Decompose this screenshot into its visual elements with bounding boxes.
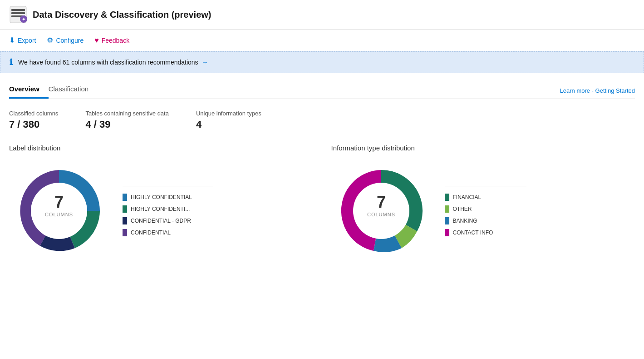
feedback-button[interactable]: ♥ Feedback: [94, 35, 129, 46]
stat-tables-sensitive-value: 4 / 39: [85, 119, 169, 130]
label-distribution-title: Label distribution: [9, 144, 313, 152]
label-distribution-chart: Label distribution: [9, 144, 313, 261]
legend-label-other: OTHER: [453, 206, 472, 212]
legend-color-banking: [445, 217, 449, 224]
info-donut-wrap: 7 COLUMNS FINANCIAL OTHER: [331, 161, 635, 261]
legend-item-contact-info: CONTACT INFO: [445, 229, 526, 236]
legend-color-other: [445, 205, 449, 213]
legend-label-confidential: CONFIDENTIAL: [131, 229, 171, 236]
svg-text:7: 7: [376, 193, 385, 211]
legend-item-financial: FINANCIAL: [445, 194, 526, 201]
svg-rect-2: [11, 12, 25, 14]
info-type-distribution-title: Information type distribution: [331, 144, 635, 152]
learn-more-link[interactable]: Learn more - Getting Started: [560, 87, 635, 94]
legend-item-other: OTHER: [445, 205, 526, 213]
svg-text:COLUMNS: COLUMNS: [45, 212, 73, 217]
label-legend: HIGHLY CONFIDENTIAL HIGHLY CONFIDENTI...…: [123, 186, 213, 236]
legend-label-contact-info: CONTACT INFO: [453, 229, 493, 236]
info-banner: ℹ We have found 61 columns with classifi…: [0, 51, 644, 73]
toolbar: ⬇ Export ⚙ Configure ♥ Feedback: [0, 30, 644, 51]
legend-item-confidential: CONFIDENTIAL: [123, 229, 213, 236]
legend-item-banking: BANKING: [445, 217, 526, 224]
stat-classified-columns-label: Classified columns: [9, 110, 58, 117]
tab-overview[interactable]: Overview: [9, 80, 49, 99]
info-icon: ℹ: [10, 57, 13, 67]
legend-color-highly-confidential: [123, 194, 127, 201]
svg-text:COLUMNS: COLUMNS: [367, 212, 395, 217]
export-icon: ⬇: [9, 36, 15, 45]
tab-classification[interactable]: Classification: [49, 80, 98, 99]
svg-rect-1: [11, 9, 25, 11]
legend-label-highly-confidential: HIGHLY CONFIDENTIAL: [131, 194, 192, 200]
stat-classified-columns: Classified columns 7 / 380: [9, 110, 58, 130]
page-title: Data Discovery & Classification (preview…: [33, 10, 211, 20]
label-donut-svg: 7 COLUMNS: [9, 161, 109, 261]
legend-color-highly-confidential2: [123, 205, 127, 213]
legend-color-contact-info: [445, 229, 449, 236]
svg-text:7: 7: [54, 193, 64, 211]
stats-row: Classified columns 7 / 380 Tables contai…: [9, 110, 635, 130]
main-content: Overview Classification Learn more - Get…: [0, 80, 644, 261]
info-donut: 7 COLUMNS: [331, 161, 431, 261]
svg-text:✦: ✦: [22, 17, 26, 22]
legend-label-financial: FINANCIAL: [453, 194, 482, 200]
stat-unique-types: Unique information types 4: [196, 110, 261, 130]
banner-text: We have found 61 columns with classifica…: [18, 59, 208, 66]
tabs-bar: Overview Classification Learn more - Get…: [9, 80, 635, 99]
heart-icon: ♥: [94, 36, 99, 45]
legend-color-confidential-gdpr: [123, 217, 127, 224]
stat-tables-sensitive-label: Tables containing sensitive data: [85, 110, 169, 117]
charts-section: Label distribution: [9, 144, 635, 261]
info-type-distribution-chart: Information type distribution: [331, 144, 635, 261]
stat-tables-sensitive: Tables containing sensitive data 4 / 39: [85, 110, 169, 130]
legend-item-highly-confidential2: HIGHLY CONFIDENTI...: [123, 205, 213, 213]
banner-arrow[interactable]: →: [202, 59, 208, 66]
legend-color-confidential: [123, 229, 127, 236]
info-donut-svg: 7 COLUMNS: [331, 161, 431, 261]
legend-label-confidential-gdpr: CONFIDENTIAL - GDPR: [131, 218, 191, 224]
legend-label-banking: BANKING: [453, 218, 477, 224]
label-donut: 7 COLUMNS: [9, 161, 109, 261]
legend-item-confidential-gdpr: CONFIDENTIAL - GDPR: [123, 217, 213, 224]
legend-color-financial: [445, 194, 449, 201]
info-legend: FINANCIAL OTHER BANKING CONTACT INFO: [445, 186, 526, 236]
stat-unique-types-value: 4: [196, 119, 261, 130]
stat-classified-columns-value: 7 / 380: [9, 119, 58, 130]
stat-unique-types-label: Unique information types: [196, 110, 261, 117]
legend-item-highly-confidential: HIGHLY CONFIDENTIAL: [123, 194, 213, 201]
header: ✦ Data Discovery & Classification (previ…: [0, 0, 644, 30]
label-donut-wrap: 7 COLUMNS HIGHLY CONFIDENTIAL HIGHLY CON…: [9, 161, 313, 261]
gear-icon: ⚙: [47, 36, 53, 45]
app-icon: ✦: [9, 5, 27, 24]
export-button[interactable]: ⬇ Export: [9, 34, 36, 46]
configure-button[interactable]: ⚙ Configure: [47, 34, 84, 46]
legend-label-highly-confidential2: HIGHLY CONFIDENTI...: [131, 206, 190, 212]
